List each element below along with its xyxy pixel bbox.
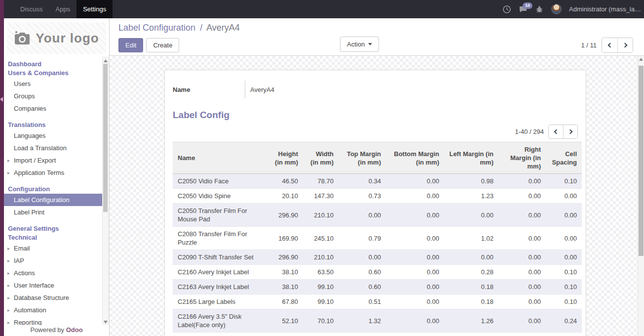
- table-row[interactable]: C2166 Avery 3.5" Disk Label(Face only)52…: [173, 309, 582, 333]
- cell-value[interactable]: 296.90: [265, 204, 303, 227]
- cell-value[interactable]: 0.00: [386, 189, 444, 204]
- company-logo[interactable]: Your logo: [7, 22, 106, 54]
- sidebar-item-languages[interactable]: Languages: [6, 129, 103, 142]
- collapse-sidebar-icon[interactable]: [0, 97, 3, 102]
- main-scroll-thumb[interactable]: [639, 66, 644, 256]
- cell-name[interactable]: C2166 Avery 3.5" Disk Label(Face only): [173, 309, 265, 333]
- cell-value[interactable]: 169.90: [265, 227, 303, 250]
- cell-name[interactable]: C2090 T-Shift Transfer Set: [173, 250, 265, 265]
- sidebar-item-email[interactable]: ▸Email: [6, 242, 103, 254]
- column-header-height-in-mm[interactable]: Height (in mm): [265, 142, 303, 174]
- expand-caret-icon[interactable]: ▸: [7, 242, 10, 254]
- cell-value[interactable]: 99.10: [303, 294, 339, 309]
- cell-name[interactable]: C2163 Avery Inkjet Label: [173, 280, 265, 294]
- menu-settings[interactable]: Settings: [76, 0, 113, 18]
- cell-value[interactable]: 0.00: [546, 204, 582, 227]
- cell-value[interactable]: 0.00: [339, 204, 386, 227]
- list-next-page-button[interactable]: [563, 125, 577, 138]
- table-row[interactable]: C2050 Vidio Spine20.10147.300.730.001.23…: [173, 189, 582, 204]
- user-menu[interactable]: Administrator (mass_la…: [569, 5, 641, 13]
- sidebar-item-label-print[interactable]: Label Print: [6, 206, 103, 218]
- expand-caret-icon[interactable]: ▸: [7, 279, 10, 292]
- column-header-cell-spacing[interactable]: Cell Spacing: [546, 142, 582, 174]
- expand-caret-icon[interactable]: ▸: [7, 304, 10, 316]
- cell-value[interactable]: 0.10: [546, 265, 582, 280]
- column-header-top-margin-in-mm[interactable]: Top Margin (in mm): [339, 142, 386, 174]
- cell-value[interactable]: 1.32: [339, 309, 386, 333]
- sidebar-scroll-thumb[interactable]: [103, 64, 108, 212]
- sidebar-item-import-export[interactable]: ▸Import / Export: [6, 154, 103, 167]
- sidebar-item-iap[interactable]: ▸IAP: [6, 254, 103, 267]
- sidebar-section-translations[interactable]: Translations: [6, 121, 103, 129]
- cell-value[interactable]: 0.34: [339, 174, 386, 189]
- cell-name[interactable]: C2241 Avery Ractangle Sticker: [173, 333, 265, 336]
- cell-value[interactable]: 20.10: [265, 189, 303, 204]
- scroll-up-icon[interactable]: [639, 58, 643, 61]
- cell-name[interactable]: C2160 Avery Inkjet Label: [173, 265, 265, 280]
- cell-value[interactable]: 296.90: [265, 250, 303, 265]
- expand-caret-icon[interactable]: ▸: [7, 254, 10, 267]
- sidebar-section-users-companies[interactable]: Users & Companies: [6, 69, 103, 78]
- messages-icon[interactable]: 10: [519, 5, 528, 14]
- sidebar-item-groups[interactable]: Groups: [6, 90, 103, 102]
- cell-name[interactable]: C2165 Large Labels: [173, 294, 265, 309]
- cell-value[interactable]: 76.20: [303, 333, 339, 336]
- sidebar-item-load-a-translation[interactable]: Load a Translation: [6, 142, 103, 154]
- cell-value[interactable]: 38.10: [265, 280, 303, 294]
- cell-value[interactable]: 0.00: [498, 189, 546, 204]
- next-record-button[interactable]: [617, 38, 633, 52]
- cell-value[interactable]: 0.00: [444, 204, 498, 227]
- cell-value[interactable]: 0.00: [498, 309, 546, 333]
- cell-value[interactable]: 0.00: [546, 250, 582, 265]
- cell-value[interactable]: 0.00: [498, 333, 546, 336]
- sidebar-item-companies[interactable]: Companies: [6, 102, 103, 115]
- cell-value[interactable]: 31.80: [265, 333, 303, 336]
- cell-value[interactable]: 1.26: [444, 309, 498, 333]
- list-pager-value[interactable]: 1-40 / 294: [515, 128, 544, 135]
- table-row[interactable]: C2050 Vidio Face46.5078.700.340.000.980.…: [173, 174, 582, 189]
- cell-value[interactable]: 0.10: [546, 294, 582, 309]
- menu-apps[interactable]: Apps: [49, 0, 77, 18]
- cell-value[interactable]: 0.60: [339, 265, 386, 280]
- cell-name[interactable]: C2050 Vidio Spine: [173, 189, 265, 204]
- cell-value[interactable]: 78.70: [303, 174, 339, 189]
- cell-value[interactable]: 0.00: [498, 174, 546, 189]
- cell-value[interactable]: 0.60: [339, 280, 386, 294]
- cell-value[interactable]: 147.30: [303, 189, 339, 204]
- cell-value[interactable]: 0.79: [339, 227, 386, 250]
- cell-value[interactable]: 0.98: [444, 174, 498, 189]
- cell-value[interactable]: 0.00: [498, 294, 546, 309]
- sidebar-section-technical[interactable]: Technical: [6, 233, 103, 242]
- previous-record-button[interactable]: [602, 38, 617, 52]
- scroll-up-icon[interactable]: [104, 59, 108, 62]
- cell-value[interactable]: 0.00: [386, 265, 444, 280]
- sidebar-item-database-structure[interactable]: ▸Database Structure: [6, 292, 103, 304]
- cell-value[interactable]: 0.00: [546, 189, 582, 204]
- sidebar-item-actions[interactable]: ▸Actions: [6, 267, 103, 279]
- cell-value[interactable]: 0.10: [546, 280, 582, 294]
- cell-value[interactable]: 0.73: [339, 189, 386, 204]
- table-row[interactable]: C2165 Large Labels67.8099.100.510.000.18…: [173, 294, 582, 309]
- table-row[interactable]: C2090 T-Shift Transfer Set296.90210.100.…: [173, 250, 582, 265]
- column-header-name[interactable]: Name: [173, 142, 265, 174]
- cell-value[interactable]: 0.00: [386, 204, 444, 227]
- expand-caret-icon[interactable]: ▸: [7, 292, 10, 304]
- cell-value[interactable]: 0.00: [444, 250, 498, 265]
- cell-value[interactable]: 210.10: [303, 250, 339, 265]
- table-row[interactable]: C2163 Avery Inkjet Label38.1099.100.600.…: [173, 280, 582, 294]
- cell-value[interactable]: 0.00: [498, 227, 546, 250]
- bug-icon[interactable]: [535, 5, 544, 14]
- create-button[interactable]: Create: [146, 38, 179, 52]
- sidebar-section-dashboard[interactable]: Dashboard: [6, 60, 103, 69]
- cell-value[interactable]: 0.00: [498, 204, 546, 227]
- sidebar-item-label-configuration[interactable]: Label Configuration: [4, 194, 105, 206]
- expand-caret-icon[interactable]: ▸: [7, 267, 10, 279]
- cell-value[interactable]: 0.00: [498, 280, 546, 294]
- column-header-bottom-margin-in-mm[interactable]: Bottom Margin (in mm): [386, 142, 444, 174]
- column-header-width-in-mm[interactable]: Width (in mm): [303, 142, 339, 174]
- scroll-down-icon[interactable]: [104, 321, 108, 324]
- cell-value[interactable]: 0.00: [386, 174, 444, 189]
- odoo-brand-link[interactable]: Odoo: [66, 326, 83, 334]
- table-row[interactable]: C2160 Avery Inkjet Label38.1063.500.600.…: [173, 265, 582, 280]
- cell-value[interactable]: 0.00: [386, 309, 444, 333]
